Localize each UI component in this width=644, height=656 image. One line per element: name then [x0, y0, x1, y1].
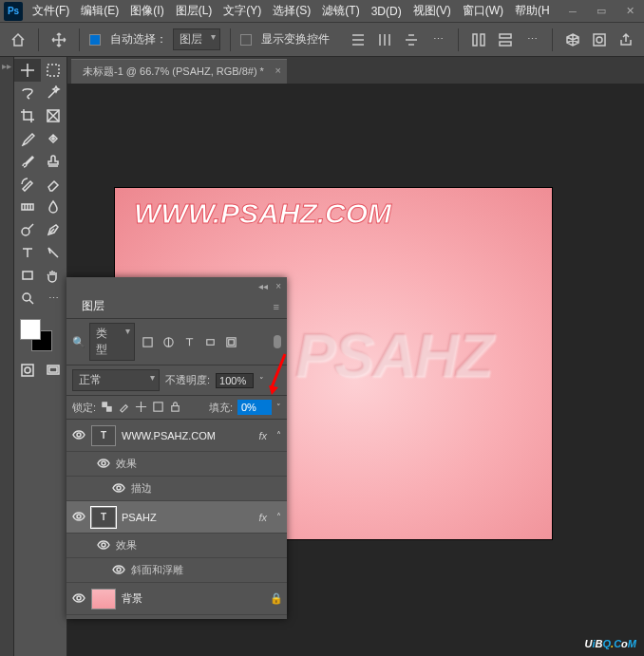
- layer-name[interactable]: PSAHZ: [122, 512, 253, 523]
- menu-view[interactable]: 视图(V): [407, 3, 457, 19]
- blend-mode-dropdown[interactable]: 正常: [72, 369, 160, 391]
- collapse-icon[interactable]: ◂◂: [258, 281, 268, 291]
- menu-help[interactable]: 帮助(H: [509, 3, 556, 19]
- stamp-tool[interactable]: [41, 150, 67, 173]
- visibility-icon[interactable]: [97, 538, 110, 553]
- minimize-button[interactable]: ─: [559, 0, 587, 23]
- layer-effect-row[interactable]: 斜面和浮雕: [66, 558, 287, 583]
- visibility-icon[interactable]: [97, 457, 110, 472]
- gradient-tool[interactable]: [14, 196, 41, 218]
- lock-transparency-icon[interactable]: [101, 401, 113, 415]
- close-icon[interactable]: ×: [275, 65, 280, 76]
- move-tool[interactable]: [14, 59, 41, 82]
- menu-select[interactable]: 选择(S): [267, 3, 316, 19]
- filter-pixel-icon[interactable]: [139, 333, 156, 350]
- layer-row[interactable]: T PSAHZ fx ˄: [66, 501, 287, 534]
- more-icon[interactable]: ⋯: [521, 29, 542, 50]
- distribute-icon[interactable]: [468, 29, 489, 50]
- lock-artboard-icon[interactable]: [152, 401, 164, 415]
- align-icon[interactable]: [348, 29, 369, 50]
- eraser-tool[interactable]: [41, 173, 67, 196]
- history-brush-tool[interactable]: [14, 173, 41, 196]
- menu-type[interactable]: 文字(Y): [218, 3, 267, 19]
- hand-tool[interactable]: [41, 264, 67, 287]
- foreground-color[interactable]: [20, 319, 41, 340]
- opacity-input[interactable]: [216, 373, 254, 388]
- more-icon[interactable]: ⋯: [427, 29, 448, 50]
- edit-toolbar[interactable]: ⋯: [41, 287, 67, 309]
- filter-adjustment-icon[interactable]: [160, 333, 177, 350]
- layers-tab[interactable]: 图层: [74, 294, 112, 318]
- healing-tool[interactable]: [41, 127, 67, 150]
- screen-mode-icon[interactable]: [41, 359, 67, 382]
- visibility-icon[interactable]: [72, 591, 85, 607]
- zoom-tool[interactable]: [14, 287, 41, 309]
- chevron-down-icon[interactable]: ˄: [276, 430, 281, 440]
- collapsed-panel-tab[interactable]: ▸▸: [0, 57, 14, 656]
- color-swatches[interactable]: [14, 317, 66, 355]
- pen-tool[interactable]: [41, 218, 67, 241]
- fx-badge[interactable]: fx: [258, 430, 267, 441]
- filter-smart-icon[interactable]: [222, 333, 239, 350]
- menu-image[interactable]: 图像(I): [124, 3, 169, 19]
- auto-select-target-dropdown[interactable]: 图层: [173, 28, 220, 50]
- layer-row[interactable]: 背景 🔒: [66, 583, 287, 615]
- chevron-down-icon[interactable]: ˄: [276, 512, 281, 522]
- align-icon[interactable]: [374, 29, 395, 50]
- document-tab[interactable]: 未标题-1 @ 66.7% (PSAHZ, RGB/8#) * ×: [71, 59, 287, 84]
- fill-input[interactable]: 0%: [237, 400, 272, 415]
- visibility-icon[interactable]: [112, 481, 125, 497]
- lock-image-icon[interactable]: [118, 401, 130, 415]
- type-tool[interactable]: [14, 241, 41, 264]
- lock-all-icon[interactable]: [169, 401, 181, 415]
- layer-effects-row[interactable]: 效果: [66, 452, 287, 477]
- menu-window[interactable]: 窗口(W): [457, 3, 509, 19]
- blur-tool[interactable]: [41, 196, 67, 218]
- visibility-icon[interactable]: [72, 510, 85, 525]
- filter-type-dropdown[interactable]: 类型: [89, 323, 135, 361]
- layer-name[interactable]: WWW.PSAHZ.COM: [122, 430, 253, 441]
- move-icon[interactable]: [48, 29, 69, 50]
- quick-mask-icon[interactable]: [14, 359, 41, 382]
- frame-tool[interactable]: [41, 104, 67, 127]
- distribute-icon[interactable]: [495, 29, 516, 50]
- layer-row[interactable]: T WWW.PSAHZ.COM fx ˄: [66, 420, 287, 452]
- visibility-icon[interactable]: [72, 428, 85, 443]
- menu-filter[interactable]: 滤镜(T): [316, 3, 365, 19]
- maximize-button[interactable]: ▭: [587, 0, 616, 23]
- share-icon[interactable]: [616, 29, 636, 50]
- dodge-tool[interactable]: [14, 218, 41, 241]
- align-icon[interactable]: [401, 29, 422, 50]
- path-tool[interactable]: [41, 241, 67, 264]
- chevron-down-icon[interactable]: ˅: [276, 403, 281, 412]
- layer-effects-row[interactable]: 效果: [66, 534, 287, 558]
- menu-3d[interactable]: 3D(D): [366, 5, 407, 18]
- home-icon[interactable]: [8, 29, 28, 50]
- menu-layer[interactable]: 图层(L): [170, 3, 218, 19]
- fx-badge[interactable]: fx: [258, 512, 267, 523]
- auto-select-checkbox[interactable]: [89, 34, 101, 46]
- close-button[interactable]: ✕: [616, 0, 644, 23]
- magic-wand-tool[interactable]: [41, 82, 67, 104]
- chevron-down-icon[interactable]: ˅: [259, 376, 264, 385]
- lasso-tool[interactable]: [14, 82, 41, 104]
- brush-tool[interactable]: [14, 150, 41, 173]
- filter-toggle[interactable]: [274, 335, 281, 348]
- crop-tool[interactable]: [14, 104, 41, 127]
- mask-icon[interactable]: [589, 29, 610, 50]
- menu-edit[interactable]: 编辑(E): [75, 3, 124, 19]
- filter-type-icon[interactable]: [180, 333, 198, 350]
- layer-name[interactable]: 背景: [122, 591, 264, 606]
- panel-menu-icon[interactable]: ≡: [274, 301, 279, 312]
- marquee-tool[interactable]: [41, 59, 67, 82]
- filter-shape-icon[interactable]: [201, 333, 218, 350]
- close-icon[interactable]: ×: [275, 281, 281, 291]
- eyedropper-tool[interactable]: [14, 127, 41, 150]
- 3d-mode-icon[interactable]: [562, 29, 583, 50]
- visibility-icon[interactable]: [112, 563, 125, 578]
- show-transform-checkbox[interactable]: [240, 34, 252, 46]
- lock-position-icon[interactable]: [135, 401, 147, 415]
- layer-effect-row[interactable]: 描边: [66, 477, 287, 501]
- rectangle-tool[interactable]: [14, 264, 41, 287]
- menu-file[interactable]: 文件(F): [27, 3, 75, 19]
